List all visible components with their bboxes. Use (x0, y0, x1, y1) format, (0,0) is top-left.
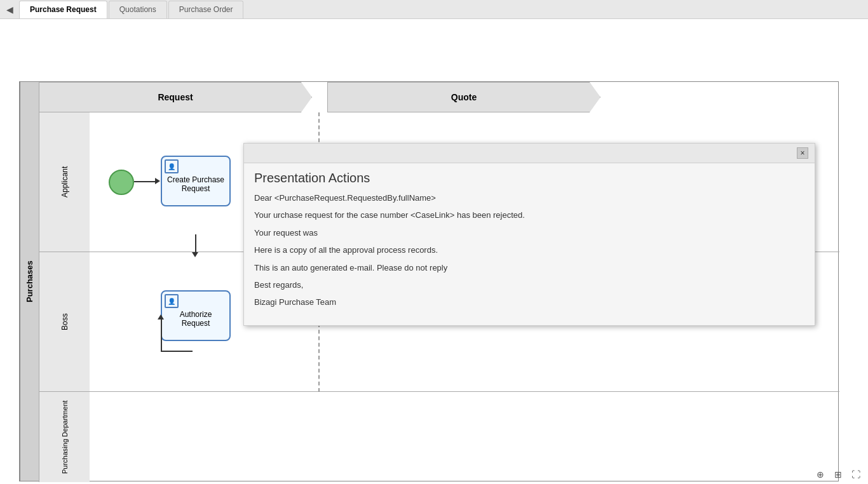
modal-line-9: Best regards, (254, 278, 804, 292)
phase-request: Request (39, 82, 312, 112)
arrowhead-up (158, 314, 164, 319)
arrow-down-1 (195, 234, 196, 253)
modal-title: Presentation Actions (244, 163, 815, 191)
presentation-actions-modal: × Presentation Actions Dear <PurchaseReq… (243, 143, 815, 326)
modal-line-2: Your urchase request for the case number… (254, 208, 804, 222)
arrow-start-create (134, 181, 156, 182)
user-task-icon: 👤 (165, 159, 179, 173)
task-create-purchase[interactable]: 👤 Create Purchase Request (161, 156, 231, 206)
tab-purchase-request[interactable]: Purchase Request (19, 1, 107, 18)
arrowhead-down-1 (192, 252, 198, 257)
lane-purchasing: Purchasing Department (39, 392, 839, 482)
fit-button[interactable]: ⊞ (831, 467, 845, 481)
modal-body: Dear <PurchaseRequest.RequestedBy.fullNa… (244, 191, 815, 325)
user-task-icon-auth: 👤 (165, 294, 179, 308)
pool-label: Purchases (20, 82, 39, 481)
lane-label-applicant: Applicant (39, 112, 90, 252)
zoom-button[interactable]: ⊕ (813, 467, 827, 481)
tab-quotations[interactable]: Quotations (109, 1, 167, 18)
phase-quote: Quote (327, 82, 600, 112)
fullscreen-button[interactable]: ⛶ (849, 467, 863, 481)
start-event (109, 170, 134, 195)
arrowhead-start-create (155, 178, 160, 184)
tab-bar: ◀ Purchase Request Quotations Purchase O… (0, 0, 868, 19)
modal-line-6: Here is a copy of all the approval proce… (254, 243, 804, 257)
diagram-area: Purchases Request Quote Applicant 👤 (0, 19, 868, 484)
modal-line-10: Bizagi Purchase Team (254, 295, 804, 309)
arrow-back-horizontal (161, 351, 193, 352)
bottom-toolbar: ⊕ ⊞ ⛶ (804, 465, 868, 484)
modal-line-8: This is an auto generated e-mail. Please… (254, 260, 804, 275)
lane-label-boss: Boss (39, 252, 90, 391)
tab-purchase-order[interactable]: Purchase Order (168, 1, 244, 18)
modal-line-0: Dear <PurchaseRequest.RequestedBy.fullNa… (254, 191, 804, 205)
arrow-back-vertical (161, 316, 162, 352)
modal-header: × (244, 144, 815, 163)
lane-label-purchasing: Purchasing Department (39, 392, 90, 482)
back-button[interactable]: ◀ (3, 3, 17, 17)
task-authorize[interactable]: 👤 Authorize Request (161, 290, 231, 341)
modal-close-button[interactable]: × (797, 147, 808, 159)
modal-line-4: Your request was (254, 225, 804, 240)
